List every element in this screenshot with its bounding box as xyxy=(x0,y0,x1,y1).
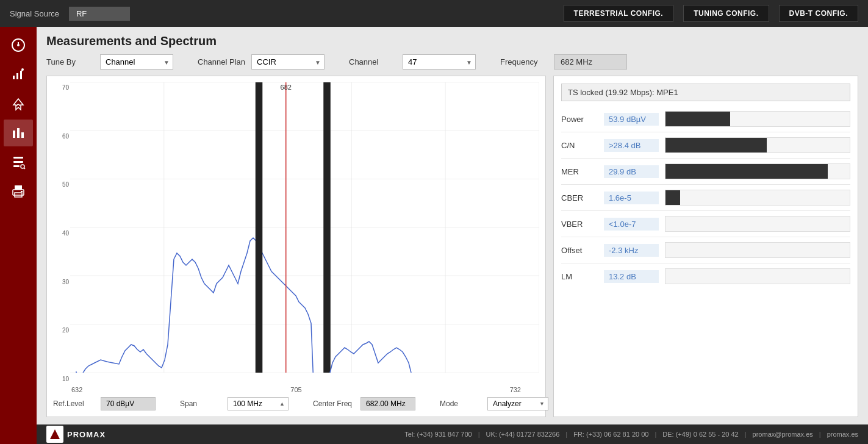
content-area: Measurements and Spectrum Tune By Channe… xyxy=(37,27,868,444)
span-select[interactable]: 100 MHz xyxy=(228,397,289,410)
channel-plan-label: Channel Plan xyxy=(198,57,246,66)
meas-value-mer: 29.9 dB xyxy=(604,165,659,178)
meas-bar-container-mer xyxy=(665,163,850,179)
tuning-config-button[interactable]: TUNING CONFIG. xyxy=(683,5,769,22)
meas-label-lm: LM xyxy=(561,272,598,281)
y-label-20: 20 xyxy=(53,328,70,334)
measurement-row: VBER<1.0e-7 xyxy=(561,211,850,237)
svg-line-14 xyxy=(24,168,25,169)
footer: PROMAX Tel: (+34) 931 847 700 | UK: (+44… xyxy=(37,424,868,444)
channel-select[interactable]: 47 xyxy=(403,54,476,70)
x-label-705: 705 xyxy=(290,386,301,393)
svg-rect-18 xyxy=(21,191,23,192)
mode-select-wrapper[interactable]: Analyzer xyxy=(487,397,548,410)
mode-label: Mode xyxy=(440,399,482,408)
span-select-wrapper[interactable]: 100 MHz xyxy=(228,397,289,410)
svg-rect-7 xyxy=(13,131,15,138)
frequency-group: Frequency 682 MHz xyxy=(500,54,627,70)
meas-bar-container-offset xyxy=(665,242,850,258)
meas-value-lm: 13.2 dB xyxy=(604,270,659,283)
measurement-row: Power53.9 dBµV xyxy=(561,106,850,132)
svg-text:682: 682 xyxy=(281,84,292,91)
tune-by-select[interactable]: Channel xyxy=(100,54,173,70)
center-freq-label: Center Freq xyxy=(313,399,356,408)
footer-website: promax.es xyxy=(827,431,858,438)
chart-area: 682 xyxy=(70,82,539,373)
footer-de: DE: (+49) 0 62 55 - 20 42 xyxy=(662,431,738,438)
mode-select[interactable]: Analyzer xyxy=(487,397,548,410)
measurements-panel: TS locked (19.92 Mbps): MPE1 Power53.9 d… xyxy=(553,76,858,417)
span-label: Span xyxy=(180,399,223,408)
y-label-40: 40 xyxy=(53,231,70,237)
meas-bar-container-cber xyxy=(665,190,850,206)
ref-level-value: 70 dBµV xyxy=(101,397,156,410)
footer-email: promax@promax.es xyxy=(753,431,813,438)
measurement-row: LM13.2 dB xyxy=(561,263,850,289)
svg-rect-2 xyxy=(13,76,15,79)
meas-label-mer: MER xyxy=(561,167,598,176)
svg-rect-32 xyxy=(323,82,331,373)
svg-rect-10 xyxy=(13,157,23,159)
sidebar-item-chart-settings[interactable] xyxy=(4,61,33,88)
promax-icon xyxy=(46,426,63,443)
spectrum-chart: 682 xyxy=(70,82,539,373)
tune-by-select-wrapper[interactable]: Channel xyxy=(100,54,173,70)
signal-source-label: Signal Source xyxy=(10,9,59,18)
sidebar-item-print[interactable] xyxy=(4,178,33,205)
footer-fr: FR: (+33) 06 62 81 20 00 xyxy=(573,431,648,438)
svg-rect-12 xyxy=(13,165,20,167)
meas-value-vber: <1.0e-7 xyxy=(604,218,659,231)
bottom-controls: Ref.Level 70 dBµV Span 100 MHz xyxy=(53,393,539,410)
mode-group: Mode Analyzer xyxy=(440,397,548,410)
span-group: Span 100 MHz xyxy=(180,397,289,410)
meas-bar-c/n xyxy=(665,138,767,152)
ref-level-label: Ref.Level xyxy=(53,399,96,408)
sidebar xyxy=(0,27,37,444)
measurement-row: CBER1.6e-5 xyxy=(561,185,850,211)
sidebar-item-measurements[interactable] xyxy=(4,120,33,146)
meas-label-cber: CBER xyxy=(561,193,598,202)
sidebar-item-dashboard[interactable] xyxy=(4,32,33,59)
sidebar-item-signal[interactable] xyxy=(4,90,33,117)
frequency-label: Frequency xyxy=(500,57,549,66)
meas-value-power: 53.9 dBµV xyxy=(604,113,659,126)
dvbt-config-button[interactable]: DVB-T CONFIG. xyxy=(779,5,859,22)
meas-value-offset: -2.3 kHz xyxy=(604,244,659,257)
page: Measurements and Spectrum Tune By Channe… xyxy=(37,27,868,424)
svg-point-1 xyxy=(17,44,20,46)
channel-plan-select[interactable]: CCIR xyxy=(251,54,325,70)
footer-logo: PROMAX xyxy=(46,426,106,443)
svg-rect-4 xyxy=(20,71,22,79)
tune-by-group: Tune By Channel xyxy=(46,54,173,70)
meas-label-offset: Offset xyxy=(561,246,598,255)
channel-plan-select-wrapper[interactable]: CCIR xyxy=(251,54,325,70)
meas-bar-container-c/n xyxy=(665,137,850,153)
main-layout: Measurements and Spectrum Tune By Channe… xyxy=(0,27,868,444)
measurement-row: C/N>28.4 dB xyxy=(561,132,850,159)
meas-label-power: Power xyxy=(561,115,598,124)
tune-by-label: Tune By xyxy=(46,57,95,66)
y-label-30: 30 xyxy=(53,279,70,285)
meas-bar-container-lm xyxy=(665,268,850,284)
center-freq-value: 682.00 MHz xyxy=(360,397,415,410)
x-axis-labels: 632 705 732 xyxy=(53,385,539,393)
svg-rect-11 xyxy=(13,161,23,163)
y-label-10: 10 xyxy=(53,376,70,382)
svg-rect-15 xyxy=(15,185,22,190)
x-label-632: 632 xyxy=(71,386,82,393)
meas-bar-container-power xyxy=(665,111,850,127)
measurement-row: MER29.9 dB xyxy=(561,159,850,185)
y-label-50: 50 xyxy=(53,182,70,188)
meas-bar-mer xyxy=(665,164,828,179)
meas-label-c/n: C/N xyxy=(561,141,598,150)
footer-logo-text: PROMAX xyxy=(67,430,106,439)
controls-row: Tune By Channel Channel Plan CCIR xyxy=(46,54,858,70)
sidebar-item-tools[interactable] xyxy=(4,149,33,176)
terrestrial-config-button[interactable]: TERRESTRIAL CONFIG. xyxy=(564,5,674,22)
channel-group: Channel 47 xyxy=(349,54,476,70)
ref-level-group: Ref.Level 70 dBµV xyxy=(53,397,156,410)
svg-rect-31 xyxy=(256,82,263,373)
frequency-value: 682 MHz xyxy=(554,54,627,70)
channel-select-wrapper[interactable]: 47 xyxy=(403,54,476,70)
meas-label-vber: VBER xyxy=(561,220,598,229)
